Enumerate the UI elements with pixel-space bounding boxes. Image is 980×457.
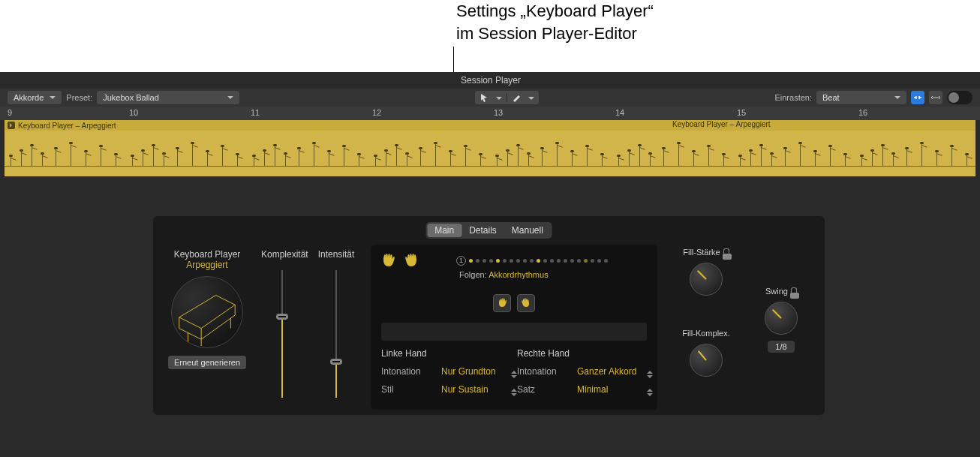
intensity-slider-group: Intensität <box>315 249 357 398</box>
preset-select[interactable]: Jukebox Ballad <box>97 91 239 104</box>
left-hand-title: Linke Hand <box>381 348 511 359</box>
piano-icon[interactable] <box>171 276 243 348</box>
pencil-icon <box>512 93 521 102</box>
region-play-icon <box>8 122 15 129</box>
fill-complex-group: Fill-Komplex. <box>672 326 740 377</box>
right-intonation-select[interactable]: Ganzer Akkord <box>577 366 647 377</box>
seq-step-label: 1 <box>456 256 466 266</box>
swing-label: Swing <box>765 287 788 296</box>
pattern-strip[interactable] <box>381 323 647 341</box>
fill-strength-knob[interactable] <box>690 263 723 296</box>
style-label: Stil <box>381 384 435 395</box>
pattern-sequence[interactable]: 1 <box>456 256 647 266</box>
chevron-down-icon <box>493 91 502 104</box>
lock-icon <box>791 287 797 295</box>
follow-label: Folgen: <box>459 270 487 279</box>
swing-knob[interactable] <box>765 302 798 335</box>
ruler-bar: 9 <box>8 108 12 117</box>
region-body <box>5 131 975 176</box>
chevron-down-icon <box>525 91 534 104</box>
toggle-switch[interactable] <box>947 91 972 104</box>
fill-strength-group: Fill-Stärke <box>672 245 740 296</box>
ruler-bar: 14 <box>615 108 624 117</box>
complexity-slider[interactable] <box>281 270 283 398</box>
right-hand-title: Rechte Hand <box>517 348 647 359</box>
region-name-loop: Keyboard Player – Arpeggiert <box>672 120 771 128</box>
tab-manual[interactable]: Manuell <box>504 224 551 237</box>
left-intonation-select[interactable]: Nur Grundton <box>441 366 511 377</box>
fill-strength-label: Fill-Stärke <box>683 248 720 257</box>
callout-line1: Settings „Keyboard Player“ <box>456 0 654 23</box>
intonation-label-left: Intonation <box>381 366 435 377</box>
settings-tabs: Main Details Manuell <box>425 222 552 239</box>
fill-complex-label: Fill-Komplex. <box>682 329 730 338</box>
region-name: Keyboard Player – Arpeggiert <box>18 122 116 130</box>
stretch-button[interactable] <box>929 91 942 104</box>
right-hand-button[interactable] <box>517 294 535 312</box>
editor-title: Session Player <box>461 72 521 90</box>
region-header: Keyboard Player – Arpeggiert Keyboard Pl… <box>5 120 975 131</box>
player-settings-panel: Main Details Manuell Keyboard Player Arp… <box>153 216 825 415</box>
player-style: Arpeggiert <box>162 260 252 270</box>
follow-row: Folgen: Akkordrhythmus <box>459 270 647 279</box>
bar-ruler[interactable]: 9 10 11 12 13 14 15 16 <box>0 107 980 120</box>
tool-pointer-group[interactable] <box>475 91 539 104</box>
complexity-label: Komplexität <box>261 249 303 260</box>
ruler-bar: 10 <box>129 108 138 117</box>
chords-menu[interactable]: Akkorde <box>8 91 62 104</box>
intensity-label: Intensität <box>315 249 357 260</box>
snap-label: Einrasten: <box>774 93 812 102</box>
pattern-pane: 1 Folgen: Akkordrhythmus Linke Han <box>371 245 657 410</box>
midi-region[interactable]: Keyboard Player – Arpeggiert Keyboard Pl… <box>5 120 975 176</box>
preset-label: Preset: <box>66 93 92 102</box>
ruler-bar: 15 <box>737 108 746 117</box>
both-hands-icon-right[interactable] <box>404 252 419 269</box>
ruler-bar: 12 <box>372 108 381 117</box>
both-hands-icon-left[interactable] <box>381 252 396 269</box>
session-player-editor: Session Player Akkorde Preset: Jukebox B… <box>0 72 980 457</box>
swing-value-chip[interactable]: 1/8 <box>768 341 794 353</box>
tab-main[interactable]: Main <box>427 224 461 237</box>
ruler-bar: 11 <box>251 108 260 117</box>
left-style-select[interactable]: Nur Sustain <box>441 384 511 395</box>
player-column: Keyboard Player Arpeggiert Erneut generi… <box>162 249 252 369</box>
lock-icon <box>723 248 729 256</box>
tab-details[interactable]: Details <box>461 224 504 237</box>
fill-complex-knob[interactable] <box>690 344 723 377</box>
callout-text: Settings „Keyboard Player“ im Session Pl… <box>456 0 654 44</box>
snap-select[interactable]: Beat <box>816 91 906 104</box>
callout-line2: im Session Player-Editor <box>456 23 654 45</box>
ruler-bar: 16 <box>858 108 867 117</box>
follow-value[interactable]: Akkordrhythmus <box>488 270 548 279</box>
swing-group: Swing 1/8 <box>747 284 815 353</box>
right-set-select[interactable]: Minimal <box>577 384 647 395</box>
ruler-bar: 13 <box>494 108 503 117</box>
complexity-slider-group: Komplexität <box>261 249 303 398</box>
regenerate-button[interactable]: Erneut generieren <box>168 356 246 369</box>
set-label: Satz <box>517 384 571 395</box>
left-hand-button[interactable] <box>493 294 511 312</box>
editor-toolbar: Akkorde Preset: Jukebox Ballad Einrasten… <box>0 89 980 107</box>
pointer-icon <box>479 93 488 102</box>
player-title: Keyboard Player <box>162 249 252 260</box>
intensity-slider[interactable] <box>335 270 337 398</box>
snap-relative-button[interactable] <box>911 91 924 104</box>
intonation-label-right: Intonation <box>517 366 571 377</box>
